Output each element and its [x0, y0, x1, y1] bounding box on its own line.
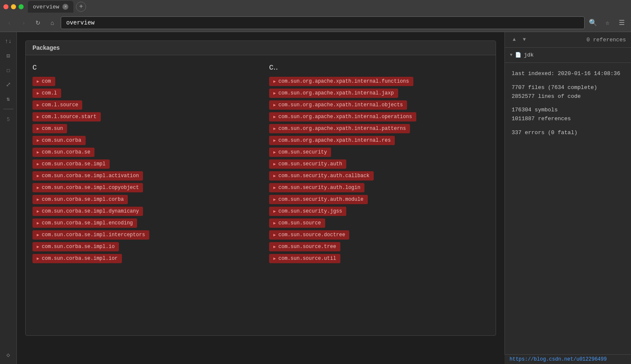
- package-label: com.l: [42, 90, 57, 96]
- packages-right-column: c.. ▶com.sun.org.apache.xpath.internal.f…: [269, 62, 489, 263]
- package-label: com.sun.corba.se.impl.dynamicany: [42, 208, 139, 214]
- arrow-icon: ▶: [37, 79, 39, 84]
- package-item[interactable]: ▶com.sun.security.auth.callback: [269, 171, 374, 181]
- sidebar-icon-files[interactable]: ⊡: [3, 50, 14, 62]
- arrow-icon: ▶: [37, 232, 39, 237]
- package-item[interactable]: ▶com.sun.source.doctree: [269, 230, 349, 240]
- search-icon[interactable]: 🔍: [587, 17, 599, 29]
- sidebar-icon-nav[interactable]: ↑↓: [3, 35, 14, 47]
- right-sidebar: ▲ ▼ 0 references ▼ 📄 jdk last indexed: 2…: [504, 32, 631, 364]
- package-label: com.sun.org.apache.xpath.internal.object…: [278, 102, 403, 108]
- sidebar-icon-diff[interactable]: ⇅: [3, 93, 14, 105]
- arrow-icon: ▶: [273, 173, 276, 178]
- package-item[interactable]: ▶com.sun.corba.se.impl.encoding: [32, 218, 137, 228]
- package-label: com.l.source: [42, 102, 78, 108]
- refs-count: 0 references: [586, 37, 626, 43]
- package-item[interactable]: ▶com.l.source.start: [32, 112, 101, 121]
- package-item[interactable]: ▶com.sun.corba.se.impl.interceptors: [32, 230, 149, 240]
- package-item[interactable]: ▶com.sun.org.apache.xpath.internal.jaxp: [269, 89, 398, 98]
- package-item[interactable]: ▶com.sun.corba.se.impl.activation: [32, 171, 143, 181]
- arrow-icon: ▶: [37, 150, 39, 155]
- package-item[interactable]: ▶com.sun.source: [269, 218, 325, 228]
- package-label: com.sun.corba.se: [42, 149, 90, 155]
- arrow-icon: ▶: [273, 209, 276, 214]
- package-item[interactable]: ▶com.sun.security.auth.login: [269, 183, 364, 192]
- nav-up-button[interactable]: ▲: [510, 35, 518, 44]
- package-label: com.sun.corba.se.impl.copyobject: [42, 185, 139, 191]
- package-item[interactable]: ▶com.sun.corba.se.impl.copyobject: [32, 183, 143, 192]
- arrow-icon: ▶: [37, 244, 39, 249]
- tab-label: overview: [33, 4, 59, 10]
- package-item[interactable]: ▶com.sun.source.util: [269, 254, 340, 263]
- arrow-icon: ▶: [273, 91, 276, 96]
- packages-header: Packages: [26, 41, 496, 55]
- right-sidebar-info: last indexed: 2020-01-16 14:08:36 7707 f…: [505, 63, 631, 144]
- arrow-icon: ▶: [273, 185, 276, 190]
- arrow-icon: ▶: [273, 126, 276, 131]
- packages-panel: Packages c ▶com ▶com.l ▶com.l.source ▶co…: [25, 40, 496, 336]
- package-item[interactable]: ▶com.sun.source.tree: [269, 242, 340, 251]
- forward-button[interactable]: ›: [18, 17, 30, 29]
- right-column-header: c..: [269, 62, 489, 72]
- tree-item-jdk[interactable]: ▼ 📄 jdk: [510, 51, 626, 59]
- package-item[interactable]: ▶com.sun.security.jgss: [269, 207, 346, 216]
- package-item[interactable]: ▶com.sun.corba.se.impl.dynamicany: [32, 207, 143, 216]
- arrow-icon: ▶: [37, 197, 39, 202]
- package-item[interactable]: ▶com.sun.corba.se: [32, 148, 94, 157]
- active-tab[interactable]: overview ×: [28, 1, 73, 13]
- package-label: com.sun.org.apache.xpath.internal.res: [278, 138, 391, 143]
- arrow-icon: ▶: [37, 102, 39, 108]
- tab-close-button[interactable]: ×: [62, 4, 68, 10]
- sidebar-icon-expand[interactable]: ⤢: [3, 78, 14, 90]
- back-button[interactable]: ‹: [3, 17, 15, 29]
- package-label: com.sun.corba.se.impl.encoding: [42, 220, 133, 226]
- settings-icon[interactable]: ☰: [616, 17, 628, 29]
- package-item[interactable]: ▶com.sun.org.apache.xpath.internal.opera…: [269, 112, 416, 121]
- package-item[interactable]: ▶com.sun: [32, 124, 67, 133]
- package-item[interactable]: ▶com.sun.org.apache.xpath.internal.objec…: [269, 100, 407, 110]
- right-sidebar-nav: ▲ ▼: [510, 35, 529, 44]
- package-item[interactable]: ▶com.sun.corba.se.impl.corba: [32, 195, 128, 204]
- package-item[interactable]: ▶com.sun.corba: [32, 136, 86, 145]
- arrow-icon: ▶: [273, 221, 276, 226]
- package-item[interactable]: ▶com.sun.corba.se.impl: [32, 159, 110, 169]
- package-item[interactable]: ▶com.sun.org.apache.xpath.internal.res: [269, 136, 395, 145]
- files-row: 7707 files (7634 complete) 2852577 lines…: [512, 84, 624, 101]
- files-label: 7707 files (7634 complete): [512, 84, 597, 91]
- package-item[interactable]: ▶com.l.source: [32, 100, 82, 110]
- maximize-traffic-light[interactable]: [19, 4, 24, 9]
- traffic-lights: [3, 4, 24, 9]
- package-item[interactable]: ▶com.sun.security.auth: [269, 159, 346, 169]
- package-label: com.sun.corba.se.impl.activation: [42, 173, 139, 179]
- bookmark-icon[interactable]: ☆: [601, 17, 613, 29]
- home-button[interactable]: ⌂: [46, 17, 58, 29]
- arrow-icon: ▶: [37, 138, 39, 143]
- arrow-icon: ▶: [37, 221, 39, 226]
- sidebar-icon-doc[interactable]: ☐: [3, 64, 14, 76]
- package-label: com.sun.security.auth.callback: [278, 173, 369, 179]
- package-item[interactable]: ▶com.sun.org.apache.xpath.internal.patte…: [269, 124, 410, 133]
- arrow-icon: ▶: [37, 185, 39, 190]
- package-item[interactable]: ▶com.sun.org.apache.xpath.internal.funct…: [269, 77, 413, 86]
- lines-label: 2852577 lines of code: [512, 93, 581, 100]
- right-sidebar-tree: ▼ 📄 jdk: [505, 48, 631, 63]
- package-item[interactable]: ▶com: [32, 77, 55, 86]
- package-item[interactable]: ▶com.l: [32, 89, 61, 98]
- minimize-traffic-light[interactable]: [11, 4, 16, 9]
- reload-button[interactable]: ↻: [32, 17, 44, 29]
- package-item[interactable]: ▶com.sun.security.auth.module: [269, 195, 368, 204]
- package-item[interactable]: ▶com.sun.corba.se.impl.io: [32, 242, 119, 251]
- package-label: com.sun.corba.se.impl: [42, 161, 105, 167]
- package-item[interactable]: ▶com.sun.security: [269, 148, 331, 157]
- sidebar-icon-bottom[interactable]: ◇: [3, 349, 14, 361]
- package-item[interactable]: ▶com.sun.corba.se.impl.ior: [32, 254, 122, 263]
- nav-down-button[interactable]: ▼: [520, 35, 529, 44]
- left-package-list: ▶com ▶com.l ▶com.l.source ▶com.l.source.…: [32, 77, 252, 263]
- close-traffic-light[interactable]: [3, 4, 8, 9]
- tab-bar: overview × +: [0, 0, 631, 13]
- file-icon: 📄: [515, 52, 521, 58]
- new-tab-button[interactable]: +: [76, 2, 86, 12]
- address-input[interactable]: [61, 16, 585, 29]
- package-label: com.sun.security.auth.module: [278, 197, 364, 202]
- package-label: com.sun.source: [278, 220, 321, 226]
